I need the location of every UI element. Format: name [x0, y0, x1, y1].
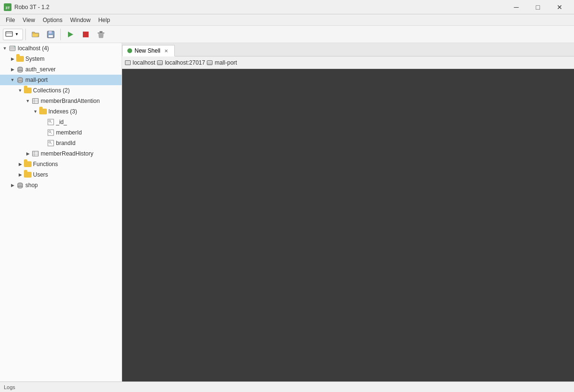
shop-label: shop: [25, 182, 38, 189]
mrh-label: memberReadHistory: [41, 150, 93, 157]
sidebar-item-member-brand-attention[interactable]: ▼ memberBrandAttention: [0, 96, 122, 106]
index-icon-brandid: [47, 139, 55, 147]
localhost-label: localhost (4): [18, 45, 49, 52]
dropdown-arrow: ▼: [15, 32, 19, 36]
stop-button[interactable]: [79, 28, 93, 41]
index-icon-memberid: [47, 129, 55, 136]
svg-marker-7: [68, 32, 73, 37]
sidebar: ▼ localhost (4) ▶ System ▶: [0, 43, 122, 381]
svg-point-42: [18, 186, 23, 188]
close-button[interactable]: ✕: [549, 0, 570, 14]
tab-bar: New Shell ✕: [122, 43, 574, 56]
sidebar-item-system[interactable]: ▶ System: [0, 54, 122, 64]
expand-arrow-mrh: ▶: [24, 150, 32, 157]
menu-window[interactable]: Window: [67, 14, 95, 25]
expand-arrow-mba: ▼: [24, 97, 32, 105]
svg-rect-8: [83, 32, 89, 37]
breadcrumb-db: mall-port: [214, 59, 237, 66]
expand-arrow-mall-port: ▼: [9, 76, 16, 84]
svg-rect-2: [6, 32, 12, 36]
db-icon-shop: [16, 181, 24, 189]
svg-rect-6: [48, 35, 53, 37]
separator-2: [60, 29, 61, 40]
svg-point-12: [14, 46, 15, 47]
memberid-label: memberId: [56, 129, 82, 136]
expand-arrow-auth: ▶: [9, 66, 16, 73]
expand-arrow-users: ▶: [16, 171, 24, 179]
sidebar-item-shop[interactable]: ▶ shop: [0, 180, 122, 190]
id-label: _id_: [56, 119, 67, 125]
folder-icon-collections: [24, 87, 32, 94]
main-layout: ▼ localhost (4) ▶ System ▶: [0, 43, 574, 381]
folder-icon-indexes: [39, 108, 47, 115]
maximize-button[interactable]: □: [527, 0, 549, 14]
menu-options[interactable]: Options: [39, 14, 66, 25]
menu-bar: File View Options Window Help: [0, 14, 574, 26]
svg-rect-23: [33, 99, 38, 103]
status-logs-label: Logs: [4, 384, 15, 390]
auth-server-label: auth_server: [25, 66, 56, 73]
mall-port-label: mall-port: [25, 77, 48, 83]
connection-dropdown[interactable]: ▼: [3, 29, 23, 40]
svg-text:3T: 3T: [5, 6, 10, 10]
toolbar: ▼: [0, 26, 574, 43]
expand-arrow-indexes: ▼: [32, 108, 39, 115]
sidebar-item-mall-port[interactable]: ▼ mall-port: [0, 75, 122, 85]
sidebar-item-indexes[interactable]: ▼ Indexes (3): [0, 106, 122, 117]
tab-label: New Shell: [135, 47, 160, 54]
breadcrumb-db-icon1: [157, 60, 163, 65]
open-button[interactable]: [28, 28, 43, 41]
svg-rect-36: [33, 151, 38, 156]
collections-label: Collections (2): [33, 87, 70, 94]
breadcrumb-port: localhost:27017: [165, 59, 205, 66]
menu-view[interactable]: View: [19, 14, 39, 25]
db-icon-mall-port: [16, 76, 24, 84]
shell-area[interactable]: [122, 69, 574, 381]
folder-icon-system: [16, 55, 24, 63]
separator-1: [25, 29, 26, 40]
mba-label: memberBrandAttention: [41, 98, 100, 104]
svg-point-15: [18, 70, 23, 72]
clear-button[interactable]: [94, 28, 108, 41]
status-bar: Logs: [0, 381, 574, 392]
index-icon-id: [47, 118, 55, 126]
svg-rect-5: [49, 31, 52, 34]
title-bar-left: 3T Robo 3T - 1.2: [4, 3, 49, 11]
menu-help[interactable]: Help: [94, 14, 114, 25]
content-area: New Shell ✕ localhost localhost:27017 ma…: [122, 43, 574, 381]
sidebar-item-users[interactable]: ▶ Users: [0, 169, 122, 180]
sidebar-item-auth-server[interactable]: ▶ auth_server: [0, 64, 122, 75]
system-label: System: [25, 56, 45, 62]
brandid-label: brandId: [56, 140, 76, 146]
sidebar-item-member-id[interactable]: ▶ memberId: [0, 127, 122, 138]
folder-icon-users: [24, 171, 32, 179]
expand-arrow-collections: ▼: [16, 87, 24, 94]
minimize-button[interactable]: ─: [506, 0, 527, 14]
expand-arrow-localhost: ▼: [1, 45, 9, 52]
sidebar-item-id[interactable]: ▶ _id_: [0, 117, 122, 127]
run-button[interactable]: [63, 28, 78, 41]
expand-arrow-functions: ▶: [16, 160, 24, 168]
sidebar-item-functions[interactable]: ▶ Functions: [0, 159, 122, 169]
server-icon: [9, 45, 16, 52]
tab-close-button[interactable]: ✕: [163, 47, 169, 54]
save-button[interactable]: [44, 28, 58, 41]
app-title: Robo 3T - 1.2: [14, 4, 49, 11]
sidebar-item-member-read-history[interactable]: ▶ memberReadHistory: [0, 148, 122, 159]
menu-file[interactable]: File: [2, 14, 19, 25]
folder-icon-functions: [24, 160, 32, 168]
svg-point-20: [18, 81, 23, 83]
breadcrumb-server-icon: [125, 60, 131, 65]
tab-new-shell[interactable]: New Shell ✕: [122, 45, 175, 56]
expand-arrow-system: ▶: [9, 55, 16, 63]
collection-icon-mba: [32, 97, 39, 105]
app-icon: 3T: [4, 3, 11, 11]
functions-label: Functions: [33, 161, 58, 168]
users-label: Users: [33, 171, 48, 178]
sidebar-item-localhost[interactable]: ▼ localhost (4): [0, 43, 122, 54]
db-icon-auth: [16, 66, 24, 73]
sidebar-item-brand-id[interactable]: ▶ brandId: [0, 138, 122, 148]
tab-dot: [127, 48, 132, 53]
dropdown-icon: [5, 30, 13, 39]
sidebar-item-collections[interactable]: ▼ Collections (2): [0, 85, 122, 96]
